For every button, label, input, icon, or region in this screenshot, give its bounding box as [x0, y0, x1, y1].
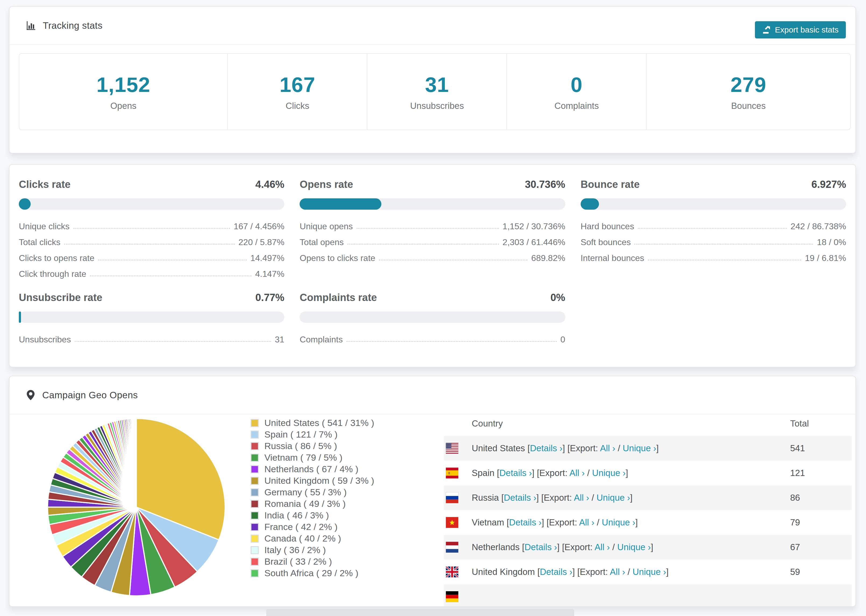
bracket: ] — [630, 493, 633, 503]
table-row-total-cell: 67 — [790, 542, 800, 552]
country-name: United Kingdom — [472, 567, 537, 577]
legend-swatch — [251, 558, 259, 566]
progress-fill — [299, 198, 381, 210]
details-link[interactable]: Details › — [509, 517, 542, 527]
country-name: Russia — [472, 493, 501, 503]
geo-opens-card: Campaign Geo Opens United States ( 541 /… — [9, 376, 856, 607]
legend-label: France ( 42 / 2% ) — [265, 522, 337, 532]
export-unique-link[interactable]: Unique › — [592, 468, 626, 478]
rate-panel-unsubscribe-rate: Unsubscribe rate0.77%Unsubscribes31 — [19, 292, 284, 344]
rate-row-value: 4.147% — [255, 269, 285, 279]
details-link[interactable]: Details › — [530, 443, 562, 453]
bracket: [ — [542, 493, 544, 503]
stat-value-opens: 1,152 — [96, 72, 150, 97]
export-unique-link[interactable]: Unique › — [623, 443, 656, 453]
export-unique-link[interactable]: Unique › — [602, 517, 636, 527]
rate-row-internal-bounces: Internal bounces19 / 6.81% — [581, 247, 846, 263]
geo-legend: United States ( 541 / 31% )Spain ( 121 /… — [251, 417, 374, 579]
table-row-netherlands: Netherlands [Details ›] [Export: All › /… — [444, 535, 852, 559]
rate-row-label: Opens to clicks rate — [299, 253, 375, 263]
legend-label: Italy ( 36 / 2% ) — [265, 545, 326, 555]
bracket: [ — [567, 443, 570, 453]
legend-swatch — [251, 454, 259, 462]
export-basic-stats-button[interactable]: Export basic stats — [755, 21, 846, 38]
export-label: Export: — [549, 517, 579, 527]
stat-label-opens: Opens — [110, 101, 136, 111]
progress-bar — [19, 198, 284, 210]
rate-row-unsubscribes: Unsubscribes31 — [19, 329, 284, 344]
bracket: [ — [537, 468, 539, 478]
stat-value-clicks: 167 — [279, 72, 315, 97]
details-link[interactable]: Details › — [524, 542, 557, 552]
export-unique-link[interactable]: Unique › — [617, 542, 651, 552]
stat-cell-opens: 1,152Opens — [19, 54, 227, 130]
bracket: [ — [537, 567, 540, 577]
export-all-link[interactable]: All › — [574, 493, 589, 503]
bracket: ] — [572, 567, 577, 577]
legend-item-russia: Russia ( 86 / 5% ) — [251, 440, 374, 452]
slash: / — [585, 468, 592, 478]
rate-row-click-through-rate: Click through rate4.147% — [19, 263, 284, 279]
bracket: ] — [635, 517, 638, 527]
rate-panel-head: Complaints rate0% — [299, 292, 565, 303]
legend-item-vietnam: Vietnam ( 79 / 5% ) — [251, 452, 374, 464]
bracket: ] — [562, 443, 567, 453]
page-title: Tracking stats — [43, 20, 102, 31]
bottom-gray-strip — [266, 609, 574, 616]
export-unique-link[interactable]: Unique › — [633, 567, 666, 577]
table-row-united-states: United States [Details ›] [Export: All ›… — [444, 436, 852, 460]
pie-slice-other[interactable] — [135, 418, 136, 507]
bracket: ] — [536, 493, 541, 503]
bracket: ] — [542, 517, 546, 527]
table-row-country-cell: Russia [Details ›] [Export: All › / Uniq… — [472, 493, 633, 503]
rate-row-value: 242 / 86.738% — [791, 222, 846, 231]
legend-swatch — [251, 442, 259, 450]
export-label: Export: — [580, 567, 610, 577]
table-row-united-kingdom: United Kingdom [Details ›] [Export: All … — [444, 559, 852, 584]
rate-row-value: 14.497% — [250, 253, 284, 263]
export-all-link[interactable]: All › — [569, 468, 585, 478]
bar-chart-icon — [26, 21, 36, 30]
column-header-country: Country — [472, 418, 503, 429]
tracking-stats-page: Tracking stats Export basic stats 1,152O… — [0, 0, 866, 616]
rate-panel-head: Unsubscribe rate0.77% — [19, 292, 284, 303]
export-label: Export: — [570, 443, 600, 453]
rate-title: Clicks rate — [19, 179, 71, 190]
rate-row-unique-clicks: Unique clicks167 / 4.456% — [19, 215, 284, 231]
stat-cell-unsubscribes: 31Unsubscribes — [367, 54, 506, 130]
rate-row-total-opens: Total opens2,303 / 61.446% — [299, 231, 565, 247]
rate-panel-bounce-rate: Bounce rate6.927%Hard bounces242 / 86.73… — [581, 179, 846, 279]
geo-pie-chart[interactable] — [45, 416, 228, 599]
slash: / — [625, 567, 633, 577]
legend-label: Germany ( 55 / 3% ) — [265, 487, 347, 498]
legend-label: Canada ( 40 / 2% ) — [265, 533, 341, 544]
bracket: ] — [666, 567, 669, 577]
export-all-link[interactable]: All › — [600, 443, 615, 453]
rates-grid: Clicks rate4.46%Unique clicks167 / 4.456… — [19, 179, 846, 344]
table-row-country-cell: Spain [Details ›] [Export: All › / Uniqu… — [472, 468, 628, 478]
export-unique-link[interactable]: Unique › — [597, 493, 630, 503]
table-row-country-cell: Vietnam [Details ›] [Export: All › / Uni… — [472, 517, 638, 528]
bracket: [ — [507, 517, 509, 527]
rate-row-value: 2,303 / 61.446% — [503, 237, 565, 247]
bracket: ] — [557, 542, 562, 552]
legend-swatch — [251, 465, 259, 473]
export-all-link[interactable]: All › — [595, 542, 610, 552]
details-link[interactable]: Details › — [504, 493, 536, 503]
progress-bar — [299, 311, 565, 323]
tracking-stats-header: Tracking stats Export basic stats — [9, 7, 855, 45]
legend-item-germany: Germany ( 55 / 3% ) — [251, 486, 374, 498]
legend-item-india: India ( 46 / 3% ) — [251, 509, 374, 521]
progress-fill — [19, 198, 31, 210]
export-all-link[interactable]: All › — [579, 517, 594, 527]
table-row-total-cell: 541 — [790, 443, 805, 453]
details-link[interactable]: Details › — [540, 567, 572, 577]
details-link[interactable]: Details › — [499, 468, 532, 478]
export-all-link[interactable]: All › — [610, 567, 625, 577]
legend-item-france: France ( 42 / 2% ) — [251, 521, 374, 533]
export-label: Export: — [565, 542, 595, 552]
bracket: ] — [651, 542, 653, 552]
rate-rows: Complaints0 — [299, 329, 565, 344]
bracket: ] — [656, 443, 659, 453]
rate-row-label: Internal bounces — [581, 253, 644, 263]
